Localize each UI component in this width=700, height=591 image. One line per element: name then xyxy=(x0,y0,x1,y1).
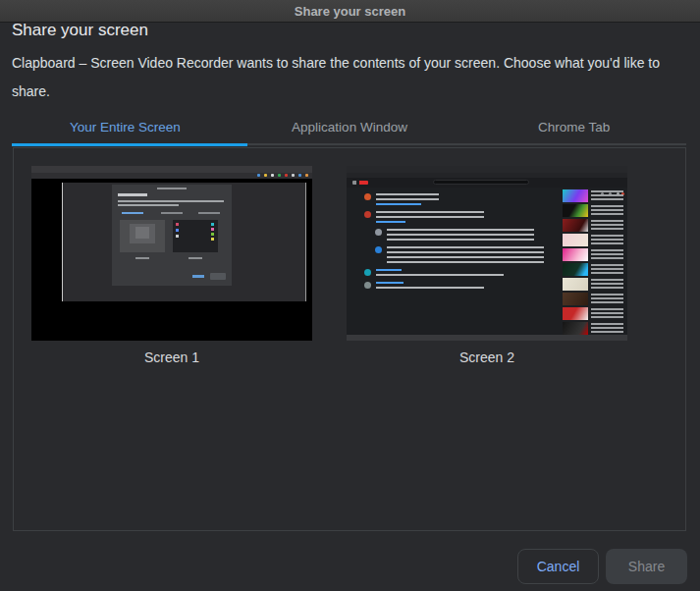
text-line xyxy=(376,287,484,289)
video-text-lines xyxy=(591,205,623,215)
video-text-lines xyxy=(591,235,623,244)
video-thumb xyxy=(563,219,588,232)
dialog-description: Clapboard – Screen Video Recorder wants … xyxy=(12,49,691,106)
link-line xyxy=(376,203,421,205)
comment-row xyxy=(375,229,556,241)
screen-1-label: Screen 1 xyxy=(31,349,312,365)
video-thumb xyxy=(563,204,588,217)
comment-row xyxy=(364,282,556,289)
video-text-lines xyxy=(591,308,623,318)
video-text-lines xyxy=(591,279,623,289)
mini-video-sidebar xyxy=(563,189,623,337)
text-line xyxy=(387,246,544,263)
tab-application-window[interactable]: Application Window xyxy=(238,110,462,143)
video-text-lines xyxy=(591,249,623,259)
mini-tab-bar xyxy=(112,212,232,214)
mini-screen-labels xyxy=(112,257,232,259)
video-row xyxy=(563,307,623,320)
screen-1-thumbnail[interactable] xyxy=(31,166,312,341)
video-row xyxy=(563,219,623,232)
mini-window-bottom-edge xyxy=(347,335,627,341)
mini-screen-2-preview xyxy=(173,220,218,252)
avatar xyxy=(375,229,382,236)
video-text-lines xyxy=(591,294,623,303)
mini-browser-window xyxy=(62,183,306,301)
mini-toolbar-icons xyxy=(305,174,308,177)
comment-row xyxy=(364,211,556,223)
comment-row xyxy=(375,246,556,263)
video-row xyxy=(563,278,623,291)
cancel-button[interactable]: Cancel xyxy=(517,549,599,584)
video-row xyxy=(563,293,623,305)
tab-chrome-tab[interactable]: Chrome Tab xyxy=(461,110,686,143)
text-line xyxy=(387,229,534,241)
avatar xyxy=(364,193,371,200)
video-row xyxy=(563,248,623,261)
video-row xyxy=(563,263,623,276)
video-thumb xyxy=(563,278,588,291)
text-line xyxy=(376,274,504,276)
tab-bar: Your Entire Screen Application Window Ch… xyxy=(13,110,686,143)
mini-screen-1-preview xyxy=(120,220,165,252)
screen-2-label: Screen 2 xyxy=(347,349,627,365)
avatar xyxy=(364,269,371,276)
link-line xyxy=(376,282,404,284)
tab-your-entire-screen[interactable]: Your Entire Screen xyxy=(13,110,238,143)
link-line xyxy=(376,221,405,223)
mini-text-lines xyxy=(118,200,224,202)
comment-row xyxy=(364,193,556,205)
share-screen-dialog: Share your screen Share your screen Clap… xyxy=(0,0,700,591)
avatar xyxy=(364,282,371,289)
video-thumb xyxy=(563,234,588,246)
video-thumb xyxy=(563,263,588,276)
video-thumb xyxy=(563,293,588,305)
video-row xyxy=(563,322,623,335)
text-line xyxy=(376,211,484,218)
screen-2-thumbnail[interactable] xyxy=(347,166,627,341)
video-text-lines xyxy=(591,264,623,274)
mini-comments-section xyxy=(364,193,556,295)
video-row xyxy=(563,204,623,217)
video-thumb xyxy=(563,248,588,261)
dialog-buttons: Cancel Share xyxy=(517,549,687,584)
active-tab-indicator xyxy=(12,143,247,146)
mini-tab-strip xyxy=(347,166,627,173)
mini-youtube-header xyxy=(347,178,627,188)
window-title: Share your screen xyxy=(295,4,405,19)
video-text-lines xyxy=(591,190,623,200)
mini-share-dialog xyxy=(112,185,232,286)
mini-browser-toolbar xyxy=(31,173,312,179)
share-button[interactable]: Share xyxy=(606,549,687,584)
video-text-lines xyxy=(591,323,623,333)
dialog-heading: Share your screen xyxy=(12,21,148,40)
window-titlebar: Share your screen xyxy=(0,0,700,23)
video-thumb xyxy=(563,307,588,320)
mini-dialog-buttons xyxy=(192,273,226,280)
text-line xyxy=(376,193,439,200)
link-line xyxy=(376,269,402,271)
video-thumb xyxy=(563,189,588,202)
video-thumb xyxy=(563,322,588,335)
comment-row xyxy=(364,269,556,276)
avatar xyxy=(364,211,371,218)
screen-picker-panel: Screen 1 Screen 2 xyxy=(13,147,686,531)
mini-bookmarks-bar xyxy=(31,166,312,173)
video-row xyxy=(563,234,623,246)
video-row xyxy=(563,189,623,202)
video-text-lines xyxy=(591,220,623,230)
avatar xyxy=(375,246,382,253)
